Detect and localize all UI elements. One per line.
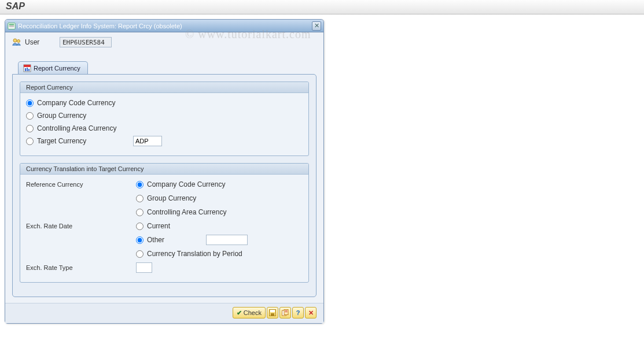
check-button-label: Check bbox=[244, 309, 262, 316]
dialog-window: Reconciliation Ledger Info System: Repor… bbox=[5, 19, 324, 324]
radio-group-currency[interactable] bbox=[26, 112, 34, 120]
label-controlling-area-currency: Controlling Area Currency bbox=[37, 124, 116, 132]
label-group-currency: Group Currency bbox=[37, 112, 86, 120]
label-date-other: Other bbox=[147, 236, 198, 244]
label-reference-currency: Reference Currency bbox=[26, 181, 136, 188]
svg-rect-12 bbox=[270, 310, 275, 312]
svg-rect-13 bbox=[271, 313, 274, 316]
dialog-title: Reconciliation Ledger Info System: Repor… bbox=[18, 23, 312, 29]
svg-rect-7 bbox=[24, 65, 31, 67]
save-button[interactable] bbox=[267, 307, 278, 319]
rate-type-input[interactable] bbox=[136, 262, 152, 273]
label-target-currency: Target Currency bbox=[37, 137, 112, 145]
user-value: EHP6USER584 bbox=[60, 37, 112, 47]
label-rate-date: Exch. Rate Date bbox=[26, 223, 136, 229]
label-ref-controlling-area: Controlling Area Currency bbox=[147, 208, 226, 216]
label-date-current: Current bbox=[147, 222, 170, 230]
svg-rect-17 bbox=[285, 312, 288, 312]
label-ref-group: Group Currency bbox=[147, 194, 196, 202]
radio-date-by-period[interactable] bbox=[136, 250, 143, 258]
sap-brand-bar: SAP bbox=[0, 0, 644, 14]
group-report-currency: Report Currency Company Code Currency Gr… bbox=[20, 82, 309, 156]
group1-title: Report Currency bbox=[20, 82, 308, 93]
tab-panel: Report Currency Company Code Currency Gr… bbox=[12, 74, 317, 297]
svg-rect-3 bbox=[9, 26, 14, 27]
user-label: User bbox=[25, 38, 60, 46]
group-translation: Currency Translation into Target Currenc… bbox=[20, 163, 309, 283]
dialog-menu-icon bbox=[8, 22, 16, 30]
label-date-by-period: Currency Translation by Period bbox=[147, 250, 242, 258]
dialog-titlebar[interactable]: Reconciliation Ledger Info System: Repor… bbox=[5, 20, 323, 32]
svg-rect-2 bbox=[9, 25, 14, 26]
svg-rect-16 bbox=[285, 310, 288, 311]
radio-company-code-currency[interactable] bbox=[26, 99, 34, 107]
group2-title: Currency Translation into Target Currenc… bbox=[20, 164, 308, 175]
radio-controlling-area-currency[interactable] bbox=[26, 125, 34, 132]
svg-rect-8 bbox=[25, 68, 26, 71]
tab-report-currency[interactable]: Report Currency bbox=[18, 61, 88, 74]
save-icon bbox=[269, 309, 276, 316]
help-icon: ? bbox=[296, 310, 300, 316]
tab-label: Report Currency bbox=[34, 65, 80, 72]
radio-ref-group[interactable] bbox=[136, 195, 143, 202]
other-date-input[interactable] bbox=[206, 235, 248, 245]
cancel-icon: ✕ bbox=[308, 310, 314, 316]
check-icon: ✔ bbox=[237, 310, 242, 316]
target-currency-input[interactable] bbox=[133, 136, 162, 146]
radio-ref-controlling-area[interactable] bbox=[136, 209, 143, 216]
label-ref-company-code: Company Code Currency bbox=[147, 180, 225, 188]
variant-icon bbox=[282, 309, 289, 316]
users-icon bbox=[12, 38, 21, 47]
label-rate-type: Exch. Rate Type bbox=[26, 264, 136, 271]
cancel-button[interactable]: ✕ bbox=[305, 307, 317, 319]
svg-rect-10 bbox=[28, 69, 30, 71]
check-button[interactable]: ✔ Check bbox=[233, 307, 266, 319]
radio-ref-company-code[interactable] bbox=[136, 181, 143, 188]
close-icon: ✕ bbox=[314, 23, 319, 29]
svg-point-4 bbox=[13, 39, 17, 42]
svg-rect-9 bbox=[27, 68, 28, 71]
close-button[interactable]: ✕ bbox=[312, 21, 321, 31]
radio-date-current[interactable] bbox=[136, 223, 143, 230]
svg-point-5 bbox=[17, 40, 20, 43]
radio-date-other[interactable] bbox=[136, 236, 143, 244]
button-row: ✔ Check ? ✕ bbox=[5, 303, 323, 323]
radio-target-currency[interactable] bbox=[26, 138, 34, 145]
sap-brand-label: SAP bbox=[6, 1, 25, 11]
report-currency-icon bbox=[23, 64, 31, 72]
svg-rect-1 bbox=[9, 24, 14, 25]
label-company-code-currency: Company Code Currency bbox=[37, 99, 115, 107]
help-button[interactable]: ? bbox=[292, 307, 304, 319]
variant-button[interactable] bbox=[279, 307, 291, 319]
